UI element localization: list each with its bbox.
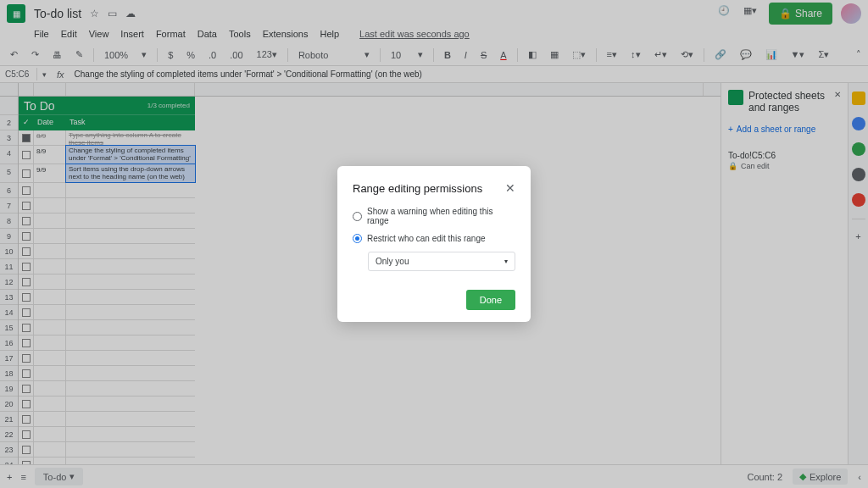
radio-warning-label: Show a warning when editing this range — [367, 207, 515, 225]
done-button[interactable]: Done — [466, 290, 515, 310]
permission-select[interactable]: Only you ▾ — [368, 252, 515, 271]
dialog-title: Range editing permissions — [353, 182, 482, 195]
dialog-close-icon[interactable]: ✕ — [505, 181, 515, 195]
select-value: Only you — [376, 257, 409, 266]
modal-overlay: Range editing permissions ✕ Show a warni… — [0, 0, 868, 488]
chevron-down-icon: ▾ — [504, 258, 508, 265]
radio-restrict-label: Restrict who can edit this range — [367, 234, 486, 243]
radio-warning[interactable]: Show a warning when editing this range — [353, 207, 515, 225]
permissions-dialog: Range editing permissions ✕ Show a warni… — [337, 166, 531, 322]
radio-restrict[interactable]: Restrict who can edit this range — [353, 234, 515, 243]
radio-icon — [353, 212, 362, 221]
radio-icon — [353, 234, 362, 243]
